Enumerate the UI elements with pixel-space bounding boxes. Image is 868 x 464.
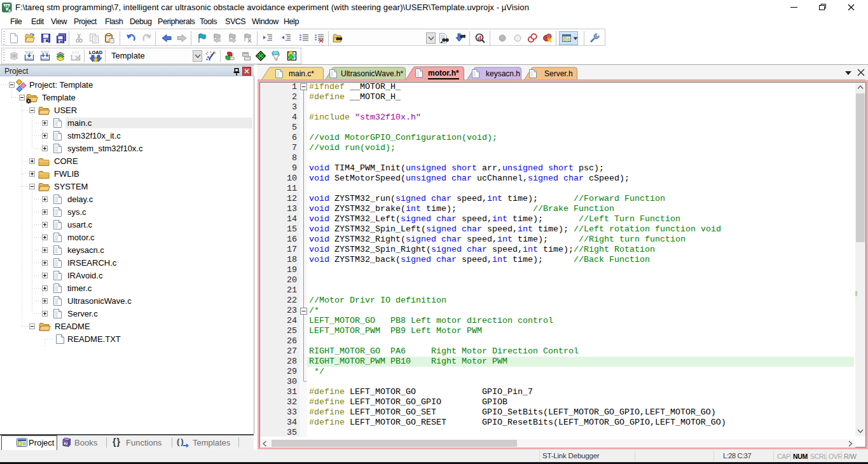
svg-text:?: ? <box>64 441 67 446</box>
svg-text:s: s <box>8 8 11 13</box>
svg-text:d: d <box>478 34 481 41</box>
svg-text:LOAD: LOAD <box>89 50 102 55</box>
